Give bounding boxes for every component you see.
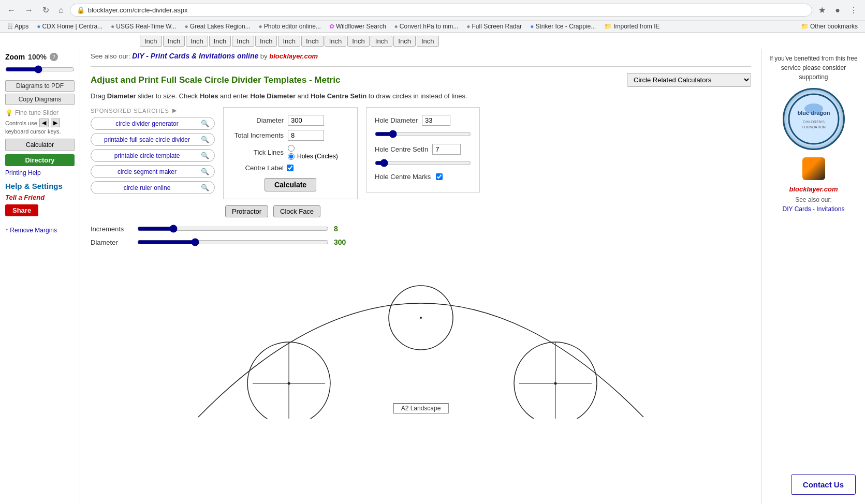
bookmark-radar[interactable]: ● Full Screen Radar bbox=[463, 22, 525, 31]
blocklayer-com-text: blocklayer.com bbox=[269, 52, 318, 60]
see-also-link[interactable]: DIY - Print Cards & Invitations online bbox=[132, 52, 258, 60]
hole-diameter-slider-wrapper bbox=[375, 130, 471, 140]
bookmark-other[interactable]: 📁 Other bookmarks bbox=[798, 22, 861, 31]
bookmark-convert[interactable]: ● Convert hPa to mm... bbox=[391, 22, 462, 31]
inch-btn-7[interactable]: Inch bbox=[301, 36, 324, 47]
hole-diameter-slider[interactable] bbox=[375, 130, 471, 138]
inch-btn-3[interactable]: Inch bbox=[209, 36, 231, 47]
page-layout: Zoom 100% ? Diagrams to PDF Copy Diagram… bbox=[0, 49, 865, 504]
browser-chrome: ← → ↻ ⌂ 🔒 blocklayer.com/circle-divider.… bbox=[0, 0, 865, 33]
hole-centre-setin-input[interactable] bbox=[432, 144, 461, 155]
diy-cards-link-right[interactable]: DIY Cards - Invitations bbox=[769, 205, 858, 213]
search-link-4[interactable]: circle ruler online 🔍 bbox=[91, 181, 215, 194]
inch-btn-9[interactable]: Inch bbox=[347, 36, 370, 47]
calculate-button[interactable]: Calculate bbox=[265, 178, 316, 191]
calculator-button[interactable]: Calculator bbox=[5, 139, 75, 151]
diameter-slider[interactable] bbox=[137, 238, 329, 246]
remove-margins-link[interactable]: ↑ Remove Margins bbox=[5, 227, 75, 234]
blocklayer-brand-right: blocklayer.com bbox=[769, 185, 858, 193]
calculate-btn-row: Calculate bbox=[232, 176, 349, 191]
diameter-row: Diameter bbox=[232, 115, 349, 126]
back-button[interactable]: ← bbox=[4, 4, 19, 17]
zoom-slider[interactable] bbox=[5, 65, 75, 73]
protractor-button[interactable]: Protractor bbox=[225, 205, 268, 217]
total-increments-row: Total Increments bbox=[232, 130, 349, 141]
calculator-panel: Diameter Total Increments Tick Lines bbox=[223, 107, 358, 199]
svg-point-9 bbox=[554, 382, 557, 385]
hole-centre-setin-slider[interactable] bbox=[375, 159, 471, 167]
increments-slider[interactable] bbox=[137, 225, 329, 233]
bookmark-photo[interactable]: ● Photo editor online... bbox=[256, 22, 324, 31]
centre-label-label: Centre Label bbox=[232, 164, 284, 172]
total-increments-input[interactable] bbox=[288, 130, 324, 141]
diagrams-to-pdf-button[interactable]: Diagrams to PDF bbox=[5, 80, 75, 92]
search-icon-1: 🔍 bbox=[201, 136, 209, 143]
clock-face-button[interactable]: Clock Face bbox=[273, 205, 320, 217]
svg-point-10 bbox=[789, 94, 839, 144]
tick-lines-radio-row bbox=[288, 145, 338, 152]
inch-btn-10[interactable]: Inch bbox=[371, 36, 393, 47]
svg-text:FOUNDATION: FOUNDATION bbox=[802, 125, 826, 129]
search-link-0[interactable]: circle divider generator 🔍 bbox=[91, 117, 215, 130]
forward-button[interactable]: → bbox=[22, 4, 36, 17]
holes-circles-label: Holes (Circles) bbox=[297, 153, 338, 160]
inch-btn-0[interactable]: Inch bbox=[140, 36, 162, 47]
star-icon[interactable]: ★ bbox=[815, 3, 829, 17]
bookmark-striker[interactable]: ● Striker Ice - Crappie... bbox=[527, 22, 599, 31]
centre-label-checkbox[interactable] bbox=[287, 165, 294, 171]
holes-circles-radio[interactable] bbox=[288, 153, 295, 160]
hole-centre-marks-label: Hole Centre Marks bbox=[375, 173, 431, 181]
inch-btn-8[interactable]: Inch bbox=[325, 36, 347, 47]
tick-lines-radio[interactable] bbox=[288, 145, 295, 152]
inch-btn-5[interactable]: Inch bbox=[255, 36, 277, 47]
browser-toolbar: ← → ↻ ⌂ 🔒 blocklayer.com/circle-divider.… bbox=[0, 0, 865, 20]
bookmark-cdx[interactable]: ● CDX Home | Centra... bbox=[34, 22, 106, 31]
search-link-text-2: printable circle template bbox=[96, 152, 198, 159]
search-link-2[interactable]: printable circle template 🔍 bbox=[91, 149, 215, 162]
arrow-left-btn[interactable]: ◀ bbox=[39, 118, 49, 127]
inch-btn-2[interactable]: Inch bbox=[186, 36, 208, 47]
diameter-input[interactable] bbox=[288, 115, 324, 126]
circle-calc-dropdown[interactable]: Circle Related Calculators bbox=[627, 73, 751, 87]
diameter-slider-label: Diameter bbox=[91, 239, 132, 246]
diagram-label: A2 Landscape bbox=[393, 403, 449, 413]
inch-btn-12[interactable]: Inch bbox=[417, 36, 439, 47]
circle-diagram-svg bbox=[91, 251, 751, 417]
arrow-right-btn[interactable]: ▶ bbox=[51, 118, 60, 127]
address-bar[interactable]: 🔒 blocklayer.com/circle-divider.aspx bbox=[70, 4, 813, 17]
hole-centre-marks-checkbox[interactable] bbox=[436, 173, 443, 180]
menu-icon[interactable]: ⋮ bbox=[846, 3, 861, 17]
inch-buttons-row: Inch Inch Inch Inch Inch Inch Inch Inch … bbox=[0, 33, 865, 49]
search-link-3[interactable]: circle segment maker 🔍 bbox=[91, 165, 215, 178]
search-link-1[interactable]: printable full scale circle divider 🔍 bbox=[91, 133, 215, 146]
home-button[interactable]: ⌂ bbox=[55, 4, 67, 17]
svg-point-3 bbox=[288, 382, 290, 385]
contact-us-button[interactable]: Contact Us bbox=[791, 475, 856, 495]
tell-friend-link[interactable]: Tell a Friend bbox=[5, 194, 75, 201]
bookmark-usgs[interactable]: ● USGS Real-Time W... bbox=[108, 22, 180, 31]
zoom-help-icon[interactable]: ? bbox=[50, 53, 58, 61]
bookmark-apps[interactable]: ☷ Apps bbox=[4, 22, 32, 31]
right-sidebar: If you've benefited from this free servi… bbox=[761, 49, 865, 504]
hole-diameter-input[interactable] bbox=[422, 115, 450, 126]
increments-slider-row: Increments 8 bbox=[91, 225, 751, 233]
hole-centre-setin-label: Hole Centre SetIn bbox=[375, 145, 428, 153]
printing-help-link[interactable]: Printing Help bbox=[5, 169, 75, 176]
inch-btn-11[interactable]: Inch bbox=[393, 36, 416, 47]
inch-btn-1[interactable]: Inch bbox=[163, 36, 185, 47]
inch-btn-6[interactable]: Inch bbox=[278, 36, 300, 47]
bookmark-greatlakes[interactable]: ● Great Lakes Region... bbox=[182, 22, 254, 31]
see-also-line: See also our: DIY - Print Cards & Invita… bbox=[91, 52, 751, 60]
bookmark-imported[interactable]: 📁 Imported from IE bbox=[601, 22, 663, 31]
bookmark-wildflower[interactable]: ✿ Wildflower Search bbox=[326, 22, 389, 31]
refresh-button[interactable]: ↻ bbox=[39, 3, 52, 17]
share-button[interactable]: Share bbox=[5, 204, 38, 216]
directory-button[interactable]: Directory bbox=[5, 154, 75, 166]
blocklayer-brand: blocklayer.com bbox=[269, 52, 318, 60]
page-title: Adjust and Print Full Scale Circle Divid… bbox=[91, 75, 340, 85]
extensions-icon[interactable]: ● bbox=[832, 4, 843, 17]
title-row: Adjust and Print Full Scale Circle Divid… bbox=[91, 73, 751, 87]
blue-dragon-logo: blue dragon CHILDREN'S FOUNDATION bbox=[783, 88, 845, 150]
copy-diagrams-button[interactable]: Copy Diagrams bbox=[5, 94, 75, 105]
inch-btn-4[interactable]: Inch bbox=[232, 36, 254, 47]
